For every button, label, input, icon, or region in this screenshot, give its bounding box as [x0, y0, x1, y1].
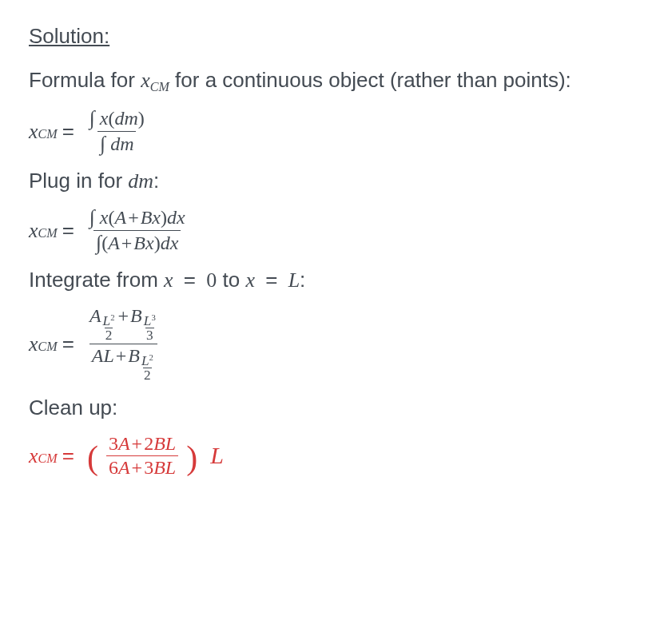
math-sub-cm: CM	[150, 80, 169, 93]
math-x: x	[29, 330, 38, 358]
text-segment: :	[300, 268, 305, 292]
equals-sign: =	[58, 217, 79, 244]
text-segment: to	[217, 268, 245, 292]
math-L: L	[103, 345, 113, 366]
paragraph-cleanup: Clean up:	[29, 394, 635, 422]
eq-lhs: xCM =	[29, 330, 79, 358]
equals-sign: =	[179, 268, 201, 292]
equals-sign: =	[260, 268, 282, 292]
math-x: x	[245, 268, 255, 292]
math-B: B	[128, 345, 140, 366]
math-x: x	[29, 117, 38, 145]
final-denominator: 6A+3BL	[106, 455, 178, 479]
final-fraction: 3A+2BL 6A+3BL	[106, 433, 178, 479]
text-segment: Integrate from	[29, 268, 164, 292]
frac-L2-over-2: L22	[141, 353, 154, 382]
equals-sign: =	[58, 442, 79, 470]
math-sub-cm: CM	[38, 338, 58, 356]
eq2-fraction: ∫ x(A+Bx)dx ∫(A+Bx)dx	[87, 206, 188, 255]
math-x: x	[29, 442, 38, 470]
eq3-numerator: AL22+BL33	[87, 305, 160, 344]
math-dm: dm	[128, 169, 153, 193]
eq-lhs: xCM =	[29, 217, 79, 244]
eq3-fraction: AL22+BL33 AL+BL22	[87, 305, 160, 383]
frac-L3-over-3: L33	[143, 313, 157, 342]
eq2-numerator: ∫ x(A+Bx)dx	[87, 206, 188, 230]
math-x: x	[29, 217, 38, 244]
equals-sign: =	[58, 117, 79, 145]
math-sub-cm: CM	[38, 450, 58, 467]
paragraph-formula-intro: Formula for xCM for a continuous object …	[29, 66, 635, 96]
math-L: L	[288, 268, 300, 292]
math-sub-cm: CM	[38, 225, 58, 242]
eq3-denominator: AL+BL22	[89, 344, 157, 383]
integral-icon: ∫	[100, 133, 105, 154]
eq2-denominator: ∫(A+Bx)dx	[93, 230, 181, 255]
final-numerator: 3A+2BL	[106, 433, 178, 456]
equation-2: xCM = ∫ x(A+Bx)dx ∫(A+Bx)dx	[29, 206, 635, 255]
eq1-fraction: ∫ x(dm) ∫ dm	[87, 107, 147, 156]
math-L: L	[210, 439, 224, 472]
math-zero: 0	[206, 268, 217, 292]
text-segment: Plug in for	[29, 169, 128, 193]
equation-1: xCM = ∫ x(dm) ∫ dm	[29, 107, 635, 156]
solution-heading: Solution:	[29, 22, 109, 50]
text-segment: for a continuous object (rather than poi…	[169, 68, 571, 92]
math-B: B	[130, 305, 142, 326]
text-segment: :	[153, 169, 159, 193]
math-sub-cm: CM	[38, 125, 58, 143]
eq1-numerator: ∫ x(dm)	[87, 107, 147, 131]
eq-lhs: xCM =	[29, 117, 79, 145]
integral-icon: ∫	[89, 206, 95, 228]
math-A: A	[89, 305, 101, 326]
math-x: x	[164, 268, 173, 292]
eq-lhs: xCM =	[29, 442, 79, 470]
paragraph-plug-in: Plug in for dm:	[29, 167, 635, 195]
plus-sign: +	[114, 345, 129, 366]
equation-final: xCM = ( 3A+2BL 6A+3BL ) L	[29, 433, 635, 479]
frac-L2-over-2: L22	[102, 313, 116, 342]
math-x: x	[141, 69, 150, 92]
integral-icon: ∫	[89, 107, 95, 129]
eq1-denominator: ∫ dm	[97, 131, 136, 156]
paragraph-integrate: Integrate from x = 0 to x = L:	[29, 266, 635, 294]
text-segment: Formula for	[29, 68, 141, 92]
equals-sign: =	[58, 330, 79, 358]
equation-3: xCM = AL22+BL33 AL+BL22	[29, 305, 635, 383]
math-A: A	[92, 345, 104, 366]
plus-sign: +	[117, 305, 131, 326]
